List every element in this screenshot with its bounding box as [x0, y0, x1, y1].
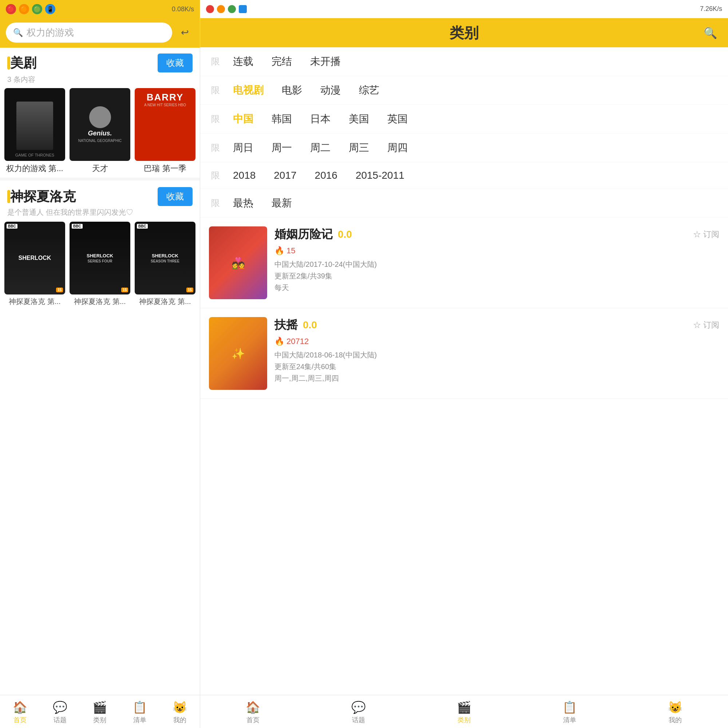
filter-zhousan[interactable]: 周三	[349, 141, 369, 155]
sherlock-series-text: SHERLOCK	[87, 253, 113, 258]
section-desc-sherlock: 是个普通人 但在我的世界里闪闪发光♡	[0, 208, 200, 222]
filter-zongyi[interactable]: 综艺	[359, 83, 379, 97]
nav-category-icon-left: 🎬	[92, 700, 107, 714]
sherlock-s3-subtitle: SEASON THREE	[151, 259, 179, 263]
icon-red: 🔴	[6, 4, 16, 14]
filter-2017[interactable]: 2017	[274, 170, 296, 181]
sherlock-label-s2: 神探夏洛克 第...	[5, 297, 65, 306]
bottom-nav-right: 🏠 首页 💬 话题 🎬 类别 📋 清单 😺 我的	[200, 695, 728, 728]
sherlock-card-s3[interactable]: BBC SHERLOCK SEASON THREE 15 神探夏洛克 第...	[135, 222, 196, 306]
search-placeholder-left: 权力的游戏	[27, 26, 74, 39]
filter-weikaibowei[interactable]: 未开播	[310, 55, 341, 69]
filter-yingguo[interactable]: 英国	[387, 112, 408, 126]
nav-list-icon-right: 📋	[562, 700, 577, 714]
movie-row-meiju: GAME OF THRONES 权力的游戏 第... Genius. NATIO…	[0, 88, 200, 174]
search-icon-left: 🔍	[13, 28, 23, 37]
bbc-badge-s2: BBC	[6, 224, 17, 229]
desc-text: 条内容	[14, 75, 35, 83]
filter-dianshiju[interactable]: 电视剧	[233, 83, 263, 97]
content-title-fuyao: 扶摇	[274, 317, 298, 333]
filter-2015-2011[interactable]: 2015-2011	[356, 170, 404, 181]
collect-btn-meiju[interactable]: 收藏	[158, 54, 193, 72]
movie-card-barry[interactable]: BARRY A NEW HIT SERIES HBO 巴瑞 第一季	[135, 88, 196, 174]
detail-region-fuyao: 中国大陆/2018-06-18(中国大陆)	[274, 349, 719, 361]
filter-label-0: 限	[211, 56, 233, 67]
filter-zhongguo[interactable]: 中国	[233, 112, 253, 126]
nav-mine-left[interactable]: 😺 我的	[160, 700, 200, 724]
filter-2018[interactable]: 2018	[233, 170, 255, 181]
icon-orange-r	[217, 5, 225, 13]
filter-zhousi[interactable]: 周四	[387, 141, 408, 155]
filter-wanjie[interactable]: 完结	[272, 55, 292, 69]
nav-list-right[interactable]: 📋 清单	[517, 700, 622, 724]
sherlock-s3-content: SHERLOCK SEASON THREE	[151, 253, 179, 263]
filter-riben[interactable]: 日本	[310, 112, 330, 126]
sherlock-label-s3: 神探夏洛克 第...	[135, 297, 196, 306]
filter-meiguo[interactable]: 美国	[349, 112, 369, 126]
thumb-fuyao: ✨	[209, 317, 267, 390]
filter-dongman[interactable]: 动漫	[320, 83, 341, 97]
sherlock-poster-row: BBC SHERLOCK 15 神探夏洛克 第... BBC SHERLOCK …	[0, 222, 200, 306]
filter-zuire[interactable]: 最热	[233, 196, 253, 210]
section-icon-sherlock	[7, 190, 10, 203]
title-row-marriage: 婚姻历险记 0.0 ☆ 订阅	[274, 226, 719, 242]
movie-card-got[interactable]: GAME OF THRONES 权力的游戏 第...	[5, 88, 65, 174]
movie-card-genius[interactable]: Genius. NATIONAL GEOGRAPHIC 天才	[70, 88, 130, 174]
nav-category-right[interactable]: 🎬 类别	[411, 700, 517, 724]
nav-category-left[interactable]: 🎬 类别	[80, 700, 120, 724]
filter-label-5: 限	[211, 197, 233, 209]
fuyao-thumb-text: ✨	[231, 347, 245, 360]
filter-label-1: 限	[211, 84, 233, 96]
detail-eps-fuyao: 更新至24集/共60集	[274, 361, 719, 372]
filter-zuixin[interactable]: 最新	[272, 196, 292, 210]
filter-label-2: 限	[211, 113, 233, 125]
nav-home-left[interactable]: 🏠 首页	[0, 700, 40, 724]
fire-icon-fuyao: 🔥	[274, 337, 284, 346]
filter-zhouyi[interactable]: 周一	[272, 141, 292, 155]
nav-topic-left[interactable]: 💬 话题	[40, 700, 80, 724]
nav-list-left[interactable]: 📋 清单	[120, 700, 160, 724]
bbc-badge-s3: BBC	[137, 224, 148, 229]
nav-category-label-right: 类别	[457, 716, 471, 724]
search-field-left[interactable]: 🔍 权力的游戏	[6, 23, 172, 43]
nav-mine-right[interactable]: 😺 我的	[622, 700, 728, 724]
nav-home-right[interactable]: 🏠 首页	[200, 700, 306, 724]
sherlock-s2-text: SHERLOCK	[18, 255, 51, 262]
subscribe-btn-fuyao[interactable]: ☆ 订阅	[693, 320, 719, 330]
sherlock-card-s4[interactable]: BBC SHERLOCK SERIES FOUR 15 神探夏洛克 第...	[70, 222, 130, 306]
nav-topic-right[interactable]: 💬 话题	[306, 700, 411, 724]
heat-value-marriage: 15	[286, 246, 295, 255]
section-desc-meiju: 3 条内容	[0, 74, 200, 88]
filter-items-2: 中国 韩国 日本 美国 英国	[233, 112, 717, 126]
status-icons-left: 🔴 🟠 🟢 📱	[6, 4, 55, 14]
nav-mine-label-left: 我的	[173, 716, 187, 724]
category-search-icon[interactable]: 🔍	[704, 27, 717, 39]
divider-1	[0, 177, 200, 180]
movie-name-genius: 天才	[70, 163, 130, 174]
filter-zhouri[interactable]: 周日	[233, 141, 253, 155]
collect-btn-sherlock[interactable]: 收藏	[158, 187, 193, 206]
sherlock-card-s2[interactable]: BBC SHERLOCK 15 神探夏洛克 第...	[5, 222, 65, 306]
nav-home-label-left: 首页	[14, 716, 27, 724]
content-rating-marriage: 0.0	[338, 229, 352, 240]
icon-blue-r	[239, 5, 247, 13]
filter-label-4: 限	[211, 170, 233, 181]
filter-lianzai[interactable]: 连载	[233, 55, 253, 69]
search-confirm-left[interactable]: ↩	[176, 24, 194, 42]
speed-left: 0.08K/s	[172, 5, 194, 13]
filter-hanguo[interactable]: 韩国	[272, 112, 292, 126]
sherlock-s4-content: SHERLOCK SERIES FOUR	[87, 253, 113, 263]
filter-row-1: 限 电视剧 电影 动漫 综艺	[200, 76, 728, 105]
section-header-sherlock: 神探夏洛克 收藏	[0, 181, 200, 208]
filter-dianying[interactable]: 电影	[282, 83, 302, 97]
poster-sherlock-s2: BBC SHERLOCK 15	[5, 222, 65, 294]
subscribe-btn-marriage[interactable]: ☆ 订阅	[693, 229, 719, 240]
content-item-fuyao[interactable]: ✨ 扶摇 0.0 ☆ 订阅 🔥 20712 中国大陆/2018-06-18(中国…	[200, 308, 728, 399]
icon-blue: 📱	[45, 4, 55, 14]
status-bar-right: 7.26K/s	[200, 0, 728, 18]
filter-zhouer[interactable]: 周二	[310, 141, 330, 155]
content-item-marriage[interactable]: 💑 婚姻历险记 0.0 ☆ 订阅 🔥 15 中国大陆/2017-10-24(中国…	[200, 218, 728, 308]
poster-barry: BARRY A NEW HIT SERIES HBO	[135, 88, 196, 161]
genius-title: Genius.	[88, 130, 112, 137]
filter-2016[interactable]: 2016	[315, 170, 337, 181]
